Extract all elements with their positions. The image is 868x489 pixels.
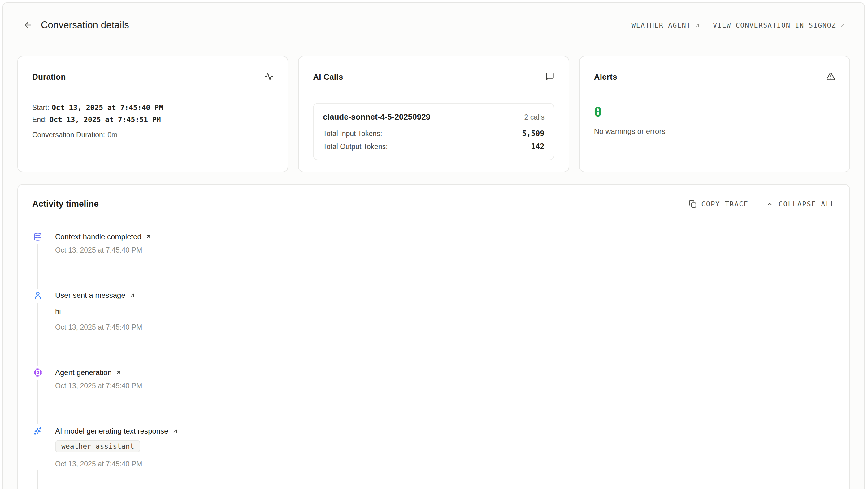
conversation-duration-label: Conversation Duration: (32, 131, 105, 139)
copy-trace-label: COPY TRACE (702, 200, 748, 208)
external-link-icon (116, 369, 122, 376)
timeline-event-link[interactable]: Agent generation (55, 368, 835, 377)
conversation-details-panel: Conversation details WEATHER AGENT VIEW … (2, 2, 865, 489)
external-link-icon (839, 22, 846, 29)
timeline-event-title: Context handle completed (55, 232, 142, 241)
external-link-icon (172, 428, 178, 434)
timeline-event: Context handle completed Oct 13, 2025 at… (32, 232, 835, 291)
activity-timeline-panel: Activity timeline COPY TRACE COLLAPSE AL… (17, 184, 850, 489)
total-output-tokens-label: Total Output Tokens: (323, 143, 388, 151)
external-link-icon (145, 234, 151, 240)
timeline-event-title: AI model generating text response (55, 427, 168, 435)
timeline-event-title: Agent generation (55, 368, 112, 377)
alerts-count: 0 (594, 105, 835, 119)
timeline-event-timestamp: Oct 13, 2025 at 7:45:40 PM (55, 246, 835, 254)
collapse-all-label: COLLAPSE ALL (778, 200, 835, 208)
timeline-events: Context handle completed Oct 13, 2025 at… (32, 232, 835, 489)
duration-card-title: Duration (32, 72, 66, 82)
summary-cards-row: Duration Start:Oct 13, 2025 at 7:45:40 P… (17, 56, 850, 172)
duration-end-row: End:Oct 13, 2025 at 7:45:51 PM (32, 116, 273, 124)
external-link-icon (694, 22, 701, 29)
model-call-count: 2 calls (524, 113, 544, 121)
model-name: claude-sonnet-4-5-20250929 (323, 112, 430, 122)
duration-start-label: Start: (32, 104, 49, 112)
ai-calls-card-title: AI Calls (313, 72, 343, 82)
ai-calls-card: AI Calls claude-sonnet-4-5-20250929 2 ca… (298, 56, 569, 172)
timeline-event-badge: weather-assistant (55, 440, 140, 453)
conversation-duration-value: 0m (107, 131, 117, 139)
timeline-event: AI model generating text response weathe… (32, 427, 835, 489)
alerts-card: Alerts 0 No warnings or errors (579, 56, 850, 172)
activity-icon (265, 72, 273, 82)
alerts-card-title: Alerts (594, 72, 617, 82)
copy-icon (689, 200, 696, 208)
duration-end-label: End: (32, 116, 47, 124)
view-conversation-signoz-link[interactable]: VIEW CONVERSATION IN SIGNOZ (713, 21, 846, 29)
user-icon (33, 291, 42, 300)
total-output-tokens-value: 142 (531, 142, 544, 151)
arrow-left-icon (23, 21, 32, 30)
copy-trace-button[interactable]: COPY TRACE (689, 200, 748, 208)
timeline-event-timestamp: Oct 13, 2025 at 7:45:40 PM (55, 323, 835, 332)
timeline-event-link[interactable]: User sent a message (55, 291, 835, 300)
cpu-icon (33, 368, 42, 377)
timeline-event: Agent generation Oct 13, 2025 at 7:45:40… (32, 368, 835, 427)
weather-agent-link[interactable]: WEATHER AGENT (631, 21, 701, 29)
alert-triangle-icon (826, 72, 835, 82)
page-header: Conversation details WEATHER AGENT VIEW … (22, 18, 846, 32)
timeline-event-link[interactable]: AI model generating text response (55, 427, 835, 435)
sparkles-icon (33, 427, 42, 435)
alerts-message: No warnings or errors (594, 127, 835, 136)
duration-end-value: Oct 13, 2025 at 7:45:51 PM (49, 116, 161, 124)
conversation-duration-row: Conversation Duration:0m (32, 131, 273, 139)
weather-agent-link-label: WEATHER AGENT (631, 21, 691, 29)
chevron-up-icon (766, 200, 774, 208)
total-input-tokens-value: 5,509 (522, 129, 544, 138)
activity-timeline-title: Activity timeline (32, 199, 99, 209)
model-usage-box: claude-sonnet-4-5-20250929 2 calls Total… (313, 103, 554, 160)
message-square-icon (546, 72, 554, 82)
page-title: Conversation details (41, 20, 129, 31)
duration-card: Duration Start:Oct 13, 2025 at 7:45:40 P… (17, 56, 288, 172)
duration-start-value: Oct 13, 2025 at 7:45:40 PM (52, 104, 163, 112)
timeline-event-timestamp: Oct 13, 2025 at 7:45:40 PM (55, 460, 835, 468)
view-conversation-signoz-label: VIEW CONVERSATION IN SIGNOZ (713, 21, 836, 29)
total-input-tokens-label: Total Input Tokens: (323, 130, 382, 138)
timeline-event-badge-wrap: weather-assistant (55, 440, 835, 453)
timeline-event-body: hi (55, 307, 835, 316)
back-button[interactable] (22, 19, 34, 31)
duration-start-row: Start:Oct 13, 2025 at 7:45:40 PM (32, 104, 273, 112)
database-icon (33, 232, 42, 241)
timeline-event-link[interactable]: Context handle completed (55, 232, 835, 241)
timeline-event-timestamp: Oct 13, 2025 at 7:45:40 PM (55, 382, 835, 390)
collapse-all-button[interactable]: COLLAPSE ALL (766, 200, 835, 208)
external-link-icon (129, 292, 135, 298)
timeline-event: User sent a message hi Oct 13, 2025 at 7… (32, 291, 835, 368)
timeline-event-title: User sent a message (55, 291, 125, 300)
